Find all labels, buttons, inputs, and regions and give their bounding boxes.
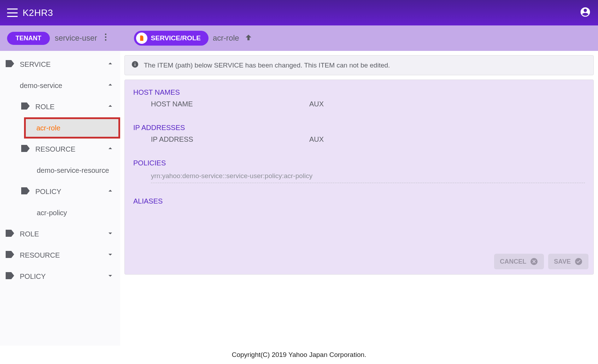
info-icon: [131, 60, 144, 70]
section-aliases-title: ALIASES: [133, 197, 585, 205]
cancel-button-label: CANCEL: [500, 258, 526, 265]
sidebar-item-acr-role[interactable]: acr-role: [24, 117, 120, 139]
sidebar: SERVICE demo-service ROLE acr-role RESOU…: [0, 51, 120, 346]
tag-icon: [6, 60, 14, 69]
info-banner: The ITEM (path) below SERVICE has been c…: [124, 55, 594, 75]
tag-icon: [6, 230, 14, 239]
chevron-up-icon[interactable]: [106, 81, 115, 91]
toolbar: TENANT service-user SERVICE/ROLE acr-rol…: [0, 25, 598, 51]
chevron-up-icon[interactable]: [106, 187, 115, 197]
sidebar-item-root-role[interactable]: ROLE: [0, 223, 120, 245]
more-vert-icon[interactable]: [101, 33, 110, 43]
breadcrumb-chip[interactable]: SERVICE/ROLE: [134, 31, 209, 46]
column-ip: IP ADDRESS: [151, 135, 309, 143]
column-hostname: HOST NAME: [151, 100, 309, 108]
svg-point-0: [105, 34, 106, 35]
sidebar-item-role[interactable]: ROLE: [0, 96, 120, 117]
section-policies-title: POLICIES: [133, 159, 585, 167]
arrow-up-icon[interactable]: [244, 33, 253, 43]
menu-icon[interactable]: [7, 8, 18, 17]
sidebar-item-label: POLICY: [20, 272, 46, 281]
sidebar-item-demo-service-resource[interactable]: demo-service-resource: [0, 160, 120, 181]
cancel-button[interactable]: CANCEL: [494, 254, 544, 269]
svg-point-2: [105, 39, 106, 41]
tag-icon: [21, 102, 30, 111]
account-icon[interactable]: [580, 6, 591, 19]
file-icon: [136, 33, 147, 44]
sidebar-item-label: ROLE: [20, 230, 39, 238]
info-text: The ITEM (path) below SERVICE has been c…: [144, 61, 390, 69]
sidebar-item-resource[interactable]: RESOURCE: [0, 139, 120, 160]
sidebar-item-demo-service[interactable]: demo-service: [0, 75, 120, 96]
app-header: K2HR3: [0, 0, 598, 25]
sidebar-item-root-resource[interactable]: RESOURCE: [0, 245, 120, 266]
column-aux: AUX: [309, 100, 324, 108]
save-button-label: SAVE: [554, 258, 571, 265]
cancel-icon: [530, 257, 538, 266]
sidebar-item-label: SERVICE: [20, 60, 51, 69]
sidebar-item-root-policy[interactable]: POLICY: [0, 266, 120, 287]
save-button[interactable]: SAVE: [548, 254, 588, 269]
sidebar-item-label: demo-service-resource: [37, 166, 109, 175]
svg-point-1: [105, 36, 106, 38]
chevron-down-icon[interactable]: [106, 271, 115, 282]
tag-icon: [6, 251, 14, 260]
tenant-name: service-user: [55, 34, 97, 43]
tag-icon: [6, 272, 14, 281]
sidebar-item-policy[interactable]: POLICY: [0, 181, 120, 202]
chevron-up-icon[interactable]: [106, 59, 115, 70]
sidebar-item-acr-policy[interactable]: acr-policy: [0, 202, 120, 223]
sidebar-item-label: RESOURCE: [35, 145, 75, 153]
tag-icon: [21, 187, 30, 196]
sidebar-item-label: RESOURCE: [20, 251, 60, 259]
column-aux: AUX: [309, 135, 324, 143]
content: The ITEM (path) below SERVICE has been c…: [120, 51, 598, 346]
sidebar-item-label: POLICY: [35, 188, 61, 196]
breadcrumb-chip-label: SERVICE/ROLE: [151, 34, 201, 42]
footer: Copyright(C) 2019 Yahoo Japan Corporatio…: [0, 346, 598, 364]
breadcrumb-current: acr-role: [213, 34, 239, 43]
app-title: K2HR3: [23, 7, 53, 18]
sidebar-item-label: ROLE: [35, 103, 54, 111]
sidebar-item-label: acr-policy: [37, 209, 67, 217]
sidebar-item-label: acr-role: [36, 124, 60, 132]
chevron-up-icon[interactable]: [106, 144, 115, 154]
section-ip-title: IP ADDRESSES: [133, 124, 585, 132]
tag-icon: [21, 145, 30, 154]
check-icon: [574, 257, 583, 266]
chevron-up-icon[interactable]: [106, 102, 115, 112]
sidebar-item-label: demo-service: [20, 82, 62, 90]
tenant-chip[interactable]: TENANT: [7, 32, 50, 45]
chevron-down-icon[interactable]: [106, 250, 115, 260]
section-hostnames-title: HOST NAMES: [133, 88, 585, 96]
sidebar-item-service[interactable]: SERVICE: [0, 54, 120, 75]
chevron-down-icon[interactable]: [106, 229, 115, 239]
policy-item: yrn:yahoo:demo-service::service-user:pol…: [151, 171, 585, 183]
detail-panel: HOST NAMES HOST NAME AUX IP ADDRESSES IP…: [124, 80, 594, 275]
